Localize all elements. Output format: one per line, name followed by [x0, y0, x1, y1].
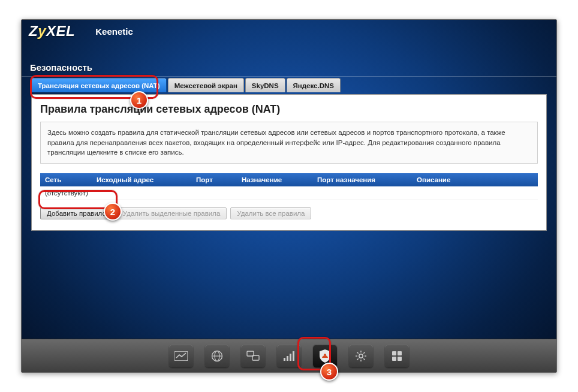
devices-icon: [246, 351, 260, 361]
tab-skydns[interactable]: SkyDNS: [245, 78, 285, 92]
nav-wifi[interactable]: [277, 345, 301, 367]
svg-rect-19: [392, 351, 396, 355]
col-dest-port: Порт назначения: [312, 173, 412, 186]
empty-cell: (отсутствуют): [40, 186, 538, 200]
svg-line-15: [357, 352, 359, 353]
table-row-empty: (отсутствуют): [40, 186, 538, 200]
svg-rect-21: [392, 357, 396, 361]
svg-line-18: [363, 352, 365, 353]
tab-yandexdns[interactable]: Яндекс.DNS: [287, 78, 341, 92]
chart-icon: [174, 351, 188, 361]
callout-badge-2: 2: [104, 203, 122, 221]
callout-badge-3: 3: [320, 363, 338, 381]
tab-bar: Трансляция сетевых адресов (NAT) Межсете…: [31, 78, 341, 92]
svg-line-16: [363, 358, 365, 360]
nav-monitor[interactable]: [169, 345, 193, 367]
nav-settings[interactable]: [349, 345, 373, 367]
col-network: Сеть: [40, 173, 92, 186]
nat-rules-table: Сеть Исходный адрес Порт Назначение Порт…: [40, 173, 538, 200]
delete-selected-button[interactable]: Удалить выделенные правила: [116, 207, 227, 219]
svg-rect-22: [398, 357, 402, 361]
svg-rect-20: [398, 351, 402, 355]
globe-icon: [211, 350, 223, 362]
brand-logo: ZyXEL: [29, 23, 75, 40]
device-name: Keenetic: [95, 26, 133, 37]
callout-badge-1: 1: [130, 91, 148, 109]
nav-apps[interactable]: [385, 345, 409, 367]
tab-nat[interactable]: Трансляция сетевых адресов (NAT): [31, 78, 167, 92]
gear-icon: [355, 350, 367, 362]
app-window: ZyXEL Keenetic Безопасность Трансляция с…: [21, 19, 557, 373]
col-desc: Описание: [412, 173, 538, 186]
page-title: Правила трансляции сетевых адресов (NAT): [40, 103, 538, 116]
svg-line-17: [357, 358, 359, 360]
header: ZyXEL Keenetic: [22, 20, 556, 43]
col-dest: Назначение: [237, 173, 312, 186]
divider: [22, 76, 556, 77]
svg-point-10: [359, 354, 363, 357]
nav-internet[interactable]: [205, 345, 229, 367]
svg-rect-7: [287, 356, 288, 361]
col-port: Порт: [191, 173, 237, 186]
wifi-icon: [282, 351, 296, 361]
add-rule-button[interactable]: Добавить правило: [40, 207, 113, 219]
svg-rect-6: [284, 358, 285, 361]
apps-icon: [392, 351, 402, 361]
shield-icon: [318, 349, 332, 363]
svg-rect-8: [290, 354, 291, 361]
bottom-nav: [22, 339, 556, 372]
nav-network[interactable]: [241, 345, 265, 367]
delete-all-button[interactable]: Удалить все правила: [230, 207, 311, 219]
col-source-addr: Исходный адрес: [92, 173, 191, 186]
svg-rect-9: [293, 351, 294, 361]
tab-firewall[interactable]: Межсетевой экран: [168, 78, 244, 92]
info-box: Здесь можно создать правила для статичес…: [40, 122, 538, 164]
section-title: Безопасность: [30, 62, 92, 73]
